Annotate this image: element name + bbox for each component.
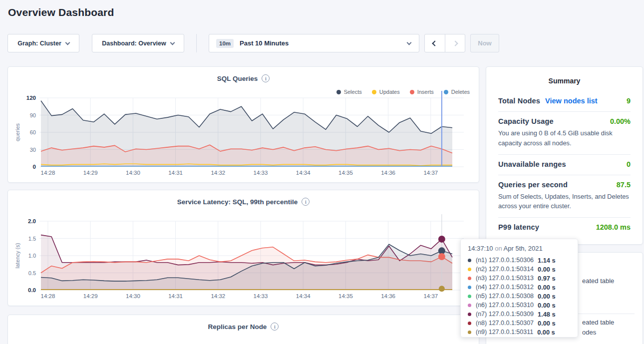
svg-text:14:35: 14:35: [338, 293, 353, 299]
p99-latency-label: P99 latency: [498, 223, 539, 231]
svg-text:14:31: 14:31: [168, 293, 183, 299]
time-forward-button[interactable]: [445, 34, 465, 52]
chevron-down-icon: [65, 40, 70, 45]
summary-panel: Summary Total Nodes View nodes list 9 Ca…: [486, 66, 643, 245]
chevron-right-icon: [452, 40, 458, 46]
dashboard-dropdown[interactable]: Dashboard: Overview: [92, 34, 184, 52]
toolbar-divider: [196, 34, 197, 52]
node-color-dot-icon: [468, 277, 471, 280]
svg-text:14:36: 14:36: [381, 293, 395, 299]
svg-text:queries: queries: [14, 123, 20, 141]
node-address: (n5) 127.0.0.1:50308: [476, 293, 534, 300]
tooltip-timestamp: 14:37:10 on Apr 5th, 2021: [468, 245, 571, 252]
svg-text:14:33: 14:33: [254, 170, 268, 176]
node-latency-value: 1.14 s: [538, 257, 556, 264]
now-button[interactable]: Now: [470, 34, 499, 52]
svg-text:14:34: 14:34: [296, 293, 311, 299]
node-address: (n3) 127.0.0.1:50313: [476, 275, 534, 282]
qps-subtext: Sum of Selects, Updates, Inserts, and De…: [498, 192, 631, 218]
svg-text:14:29: 14:29: [83, 293, 98, 299]
capacity-usage-value: 0.00%: [610, 117, 631, 125]
node-latency-value: 0.00 s: [538, 293, 556, 300]
unavailable-ranges-label: Unavailable ranges: [498, 160, 566, 168]
node-latency-value: 0.00 s: [538, 284, 556, 291]
graph-dropdown[interactable]: Graph: Cluster: [7, 34, 79, 52]
node-color-dot-icon: [468, 322, 471, 325]
svg-text:0.5: 0.5: [28, 270, 36, 276]
node-address: (n2) 127.0.0.1:50314: [476, 266, 534, 273]
capacity-usage-subtext: You are using 0 B of 4.5 GiB usable disk…: [498, 128, 631, 154]
summary-row-unavailable-ranges: Unavailable ranges 0: [498, 155, 631, 175]
event-item-fragment: odes: [582, 329, 596, 336]
tooltip-node-row: (n1) 127.0.0.1:503061.14 s: [468, 256, 571, 265]
total-nodes-value: 9: [627, 97, 631, 105]
time-range-select[interactable]: 10m Past 10 Minutes: [209, 34, 419, 52]
summary-title: Summary: [498, 67, 631, 95]
svg-text:14:35: 14:35: [338, 170, 353, 176]
svg-text:14:37: 14:37: [423, 293, 438, 299]
node-color-dot-icon: [468, 268, 471, 271]
time-back-button[interactable]: [425, 34, 445, 52]
event-item-fragment: eated table: [582, 319, 614, 326]
node-address: (n7) 127.0.0.1:50309: [476, 311, 534, 318]
info-icon[interactable]: i: [271, 323, 279, 331]
tooltip-node-row: (n8) 127.0.0.1:503070.00 s: [468, 319, 571, 328]
chart-title-replicas-per-node: Replicas per Node: [208, 323, 267, 331]
service-latency-chart-card: Service Latency: SQL, 99th percentile i …: [7, 190, 479, 306]
node-address: (n8) 127.0.0.1:50307: [476, 320, 534, 327]
svg-text:0: 0: [33, 164, 36, 170]
svg-text:1.5: 1.5: [28, 236, 36, 242]
svg-text:14:30: 14:30: [126, 293, 140, 299]
node-address: (n1) 127.0.0.1:50306: [476, 257, 534, 264]
sql-queries-chart-card: SQL Queries i SelectsUpdatesInsertsDelet…: [7, 66, 479, 183]
node-latency-value: 0.00 s: [538, 266, 556, 273]
tooltip-node-row: (n4) 127.0.0.1:503120.00 s: [468, 283, 571, 292]
svg-text:14:30: 14:30: [126, 170, 140, 176]
node-color-dot-icon: [468, 331, 471, 334]
chevron-down-icon: [407, 40, 412, 45]
tooltip-node-row: (n9) 127.0.0.1:503110.00 s: [468, 328, 571, 337]
node-latency-value: 0.00 s: [538, 320, 556, 327]
dashboard-dropdown-label: Dashboard: Overview: [102, 40, 166, 47]
node-color-dot-icon: [468, 313, 471, 316]
svg-text:14:31: 14:31: [168, 170, 183, 176]
qps-value: 87.5: [617, 181, 631, 189]
p99-latency-value: 1208.0 ms: [596, 223, 631, 231]
node-color-dot-icon: [468, 286, 471, 289]
svg-text:2.0: 2.0: [28, 218, 36, 224]
svg-text:14:28: 14:28: [41, 170, 55, 176]
svg-text:14:34: 14:34: [296, 170, 311, 176]
node-address: (n6) 127.0.0.1:50310: [476, 302, 534, 309]
summary-row-p99: P99 latency 1208.0 ms: [498, 218, 631, 238]
node-color-dot-icon: [468, 259, 471, 262]
event-item-fragment: eated table: [582, 277, 614, 285]
tooltip-node-row: (n3) 127.0.0.1:503130.97 s: [468, 274, 571, 283]
node-latency-value: 0.00 s: [538, 302, 556, 309]
total-nodes-label: Total Nodes: [498, 97, 540, 105]
svg-text:14:36: 14:36: [381, 170, 395, 176]
time-step-buttons: [424, 34, 465, 52]
svg-text:30: 30: [30, 147, 36, 153]
svg-text:0.0: 0.0: [28, 287, 36, 293]
time-range-label: Past 10 Minutes: [240, 39, 289, 47]
tooltip-node-row: (n5) 127.0.0.1:503080.00 s: [468, 292, 571, 301]
node-latency-value: 0.00 s: [537, 329, 555, 336]
unavailable-ranges-value: 0: [627, 160, 631, 168]
svg-text:latency (s): latency (s): [14, 243, 20, 269]
svg-text:14:32: 14:32: [211, 293, 225, 299]
svg-text:1.0: 1.0: [28, 253, 36, 259]
node-color-dot-icon: [468, 304, 471, 307]
svg-text:14:37: 14:37: [423, 170, 438, 176]
view-nodes-list-link[interactable]: View nodes list: [545, 97, 598, 105]
tooltip-node-row: (n2) 127.0.0.1:503140.00 s: [468, 265, 571, 274]
svg-text:14:33: 14:33: [254, 293, 268, 299]
svg-text:14:32: 14:32: [211, 170, 225, 176]
toolbar: Graph: Cluster Dashboard: Overview 10m P…: [7, 34, 499, 52]
chevron-left-icon: [432, 40, 437, 46]
svg-text:120: 120: [26, 95, 36, 101]
tooltip-node-row: (n6) 127.0.0.1:503100.00 s: [468, 301, 571, 310]
replicas-per-node-chart-card: Replicas per Node i: [7, 315, 479, 344]
node-address: (n4) 127.0.0.1:50312: [476, 284, 534, 291]
node-color-dot-icon: [468, 295, 471, 298]
graph-dropdown-label: Graph: Cluster: [17, 40, 61, 47]
